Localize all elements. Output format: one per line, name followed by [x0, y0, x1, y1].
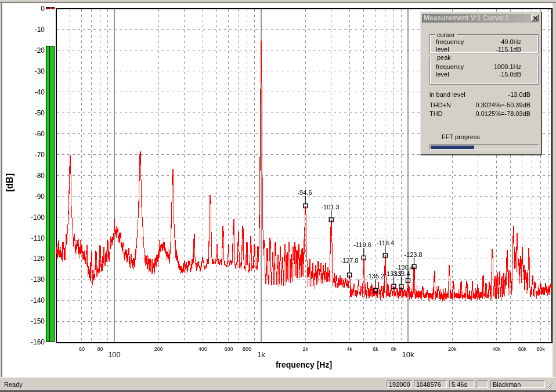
svg-text:80k: 80k — [536, 346, 545, 352]
svg-text:-50: -50 — [35, 109, 45, 117]
svg-text:200: 200 — [154, 346, 163, 352]
svg-text:20k: 20k — [448, 346, 457, 352]
svg-text:600: 600 — [224, 346, 233, 352]
svg-text:-10: -10 — [35, 26, 45, 34]
svg-text:-30: -30 — [35, 67, 45, 75]
svg-text:10k: 10k — [402, 350, 414, 359]
svg-text:-94.6: -94.6 — [297, 189, 312, 196]
svg-text:frequency [Hz]: frequency [Hz] — [276, 360, 332, 369]
svg-text:-90: -90 — [35, 193, 45, 201]
svg-text:-130.4: -130.4 — [396, 264, 414, 271]
svg-text:-140: -140 — [31, 296, 45, 304]
svg-text:-20: -20 — [35, 46, 45, 55]
svg-text:-119.6: -119.6 — [353, 241, 371, 248]
svg-text:60: 60 — [79, 346, 85, 352]
svg-text:-70: -70 — [35, 151, 45, 159]
svg-text:100: 100 — [108, 350, 121, 359]
svg-text:-100: -100 — [31, 213, 45, 222]
svg-text:-160: -160 — [31, 338, 45, 346]
svg-text:-133.4: -133.4 — [392, 270, 410, 277]
svg-text:-40: -40 — [35, 88, 45, 96]
svg-text:-130: -130 — [31, 275, 45, 284]
svg-text:400: 400 — [198, 346, 207, 352]
svg-text:-80: -80 — [35, 172, 45, 180]
svg-text:0: 0 — [41, 5, 45, 13]
svg-text:-118.4: -118.4 — [377, 239, 394, 246]
svg-text:40k: 40k — [492, 346, 501, 352]
svg-text:-135.2: -135.2 — [366, 273, 384, 280]
svg-text:1k: 1k — [257, 350, 265, 359]
svg-text:6k: 6k — [373, 346, 378, 352]
svg-text:4k: 4k — [347, 346, 353, 352]
svg-text:-150: -150 — [31, 317, 45, 325]
svg-text:-101.3: -101.3 — [321, 204, 339, 210]
svg-text:2k: 2k — [302, 346, 308, 352]
svg-text:60k: 60k — [518, 346, 527, 352]
svg-text:-120: -120 — [31, 255, 45, 263]
svg-text:-110: -110 — [31, 234, 45, 242]
svg-text:8k: 8k — [391, 346, 397, 352]
svg-text:80: 80 — [97, 346, 103, 352]
svg-text:-60: -60 — [35, 130, 45, 138]
svg-text:800: 800 — [243, 346, 251, 352]
svg-text:-123.8: -123.8 — [404, 251, 422, 258]
svg-text:-127.8: -127.8 — [340, 257, 358, 264]
svg-text:[dB]: [dB] — [5, 173, 15, 192]
